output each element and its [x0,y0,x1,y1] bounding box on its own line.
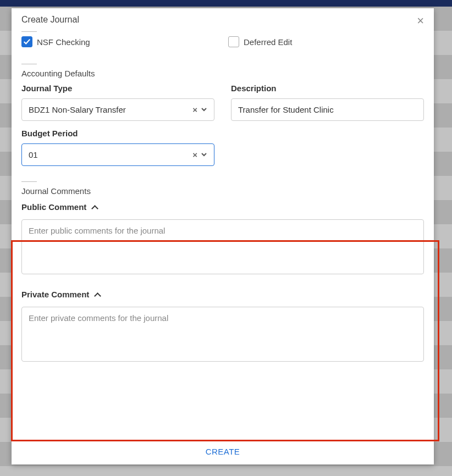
budget-period-select[interactable]: 01 × [21,143,214,166]
nsf-checking-field: NSF Checking [21,36,228,47]
modal-title: Create Journal [21,15,79,25]
chevron-up-icon [92,204,97,210]
checkmark-icon [23,38,31,46]
journal-type-label: Journal Type [21,84,214,93]
modal-body[interactable]: NSF Checking Deferred Edit Accounting De… [12,31,434,440]
checkbox-row: NSF Checking Deferred Edit [21,36,424,47]
create-journal-modal: Create Journal × NSF Checking Deferred E… [12,8,434,464]
clear-icon[interactable]: × [192,105,197,114]
private-comment-label: Private Comment [21,290,89,299]
private-comment-textarea[interactable] [21,307,424,362]
public-comment-header[interactable]: Public Comment [21,202,424,212]
chevron-down-icon[interactable] [201,105,207,114]
chevron-down-icon[interactable] [201,150,207,159]
spacer-col [231,129,424,166]
divider [21,64,37,64]
close-icon[interactable]: × [417,15,424,27]
deferred-edit-field: Deferred Edit [228,36,292,47]
private-comment-header[interactable]: Private Comment [21,290,424,299]
clear-icon[interactable]: × [192,150,197,159]
modal-header: Create Journal × [12,8,434,31]
create-button[interactable]: CREATE [206,447,240,456]
public-comment-textarea[interactable] [21,219,424,274]
journal-type-col: Journal Type BDZ1 Non-Salary Transfer × [21,84,214,121]
deferred-label: Deferred Edit [244,37,292,47]
divider [21,31,37,32]
description-input[interactable] [231,98,424,121]
budget-period-value: 01 [29,150,38,159]
journal-type-select[interactable]: BDZ1 Non-Salary Transfer × [21,98,214,121]
budget-period-col: Budget Period 01 × [21,129,214,166]
journal-type-value: BDZ1 Non-Salary Transfer [29,105,126,114]
accounting-defaults-heading: Accounting Defaults [21,69,424,78]
chevron-up-icon [95,292,100,297]
public-comment-label: Public Comment [21,202,86,212]
modal-footer: CREATE [12,440,434,464]
journal-comments-heading: Journal Comments [21,186,424,196]
form-row-2: Budget Period 01 × [21,129,424,166]
budget-period-label: Budget Period [21,129,214,138]
nsf-label: NSF Checking [37,37,90,47]
description-col: Description [231,84,424,121]
deferred-checkbox[interactable] [228,36,239,47]
nsf-checkbox[interactable] [21,36,32,47]
divider [21,181,37,182]
form-row-1: Journal Type BDZ1 Non-Salary Transfer × … [21,84,424,121]
description-label: Description [231,84,424,93]
